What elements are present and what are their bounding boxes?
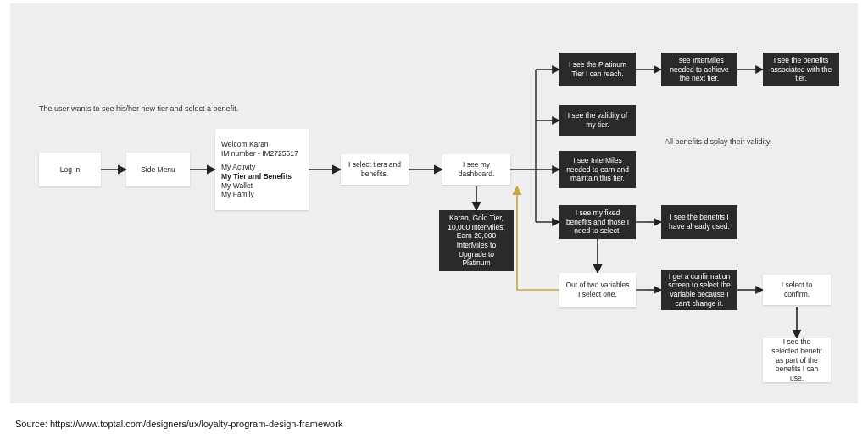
node-validity: I see the validity of my tier.: [559, 105, 636, 136]
node-maintain: I see InterMiles needed to earn and main…: [559, 151, 636, 188]
node-select-one: Out of two variables I select one.: [559, 273, 636, 307]
node-dashboard: I see my dashboard.: [442, 154, 510, 185]
node-label: I see my dashboard.: [448, 160, 504, 178]
node-side-menu: Side Menu: [126, 153, 190, 186]
node-label: Karan, Gold Tier, 10,000 InterMiles, Ear…: [445, 214, 508, 268]
node-benefits-used: I see the benefits I have already used.: [661, 205, 737, 239]
node-label: I see InterMiles needed to earn and main…: [565, 156, 630, 183]
node-label: I see the benefits associated with the t…: [769, 56, 833, 83]
diagram-canvas: The user wants to see his/her new tier a…: [10, 3, 858, 403]
node-label: I see the validity of my tier.: [565, 111, 630, 129]
node-dashboard-detail: Karan, Gold Tier, 10,000 InterMiles, Ear…: [439, 210, 514, 271]
node-selected-benefit: I see the selected benefit as part of th…: [763, 338, 831, 382]
node-confirm: I select to confirm.: [763, 275, 831, 305]
profile-im-number: IM number - IM2725517: [221, 149, 303, 159]
node-confirmation: I get a confirmation screen to select th…: [661, 270, 737, 310]
node-label: I see InterMiles needed to achieve the n…: [667, 56, 732, 83]
node-login: Log In: [39, 153, 101, 186]
intro-text: The user wants to see his/her new tier a…: [39, 104, 238, 114]
profile-item: My Wallet: [221, 181, 303, 191]
node-fixed-benefits: I see my fixed benefits and those I need…: [559, 205, 636, 239]
node-label: I see my fixed benefits and those I need…: [565, 209, 630, 236]
node-miles-next: I see InterMiles needed to achieve the n…: [661, 53, 737, 86]
node-benefits-tier: I see the benefits associated with the t…: [763, 53, 839, 86]
profile-item: My Family: [221, 190, 303, 199]
source-text: Source: https://www.toptal.com/designers…: [15, 419, 342, 429]
node-platinum: I see the Platinum Tier I can reach.: [559, 53, 636, 86]
profile-welcome: Welcom Karan: [221, 140, 303, 149]
node-label: Log In: [60, 165, 81, 175]
node-label: I see the selected benefit as part of th…: [769, 337, 825, 382]
benefits-validity-text: All benefits display their validity.: [665, 137, 771, 147]
node-label: I see the benefits I have already used.: [667, 213, 732, 231]
node-label: Out of two variables I select one.: [565, 281, 630, 298]
node-profile: Welcom Karan IM number - IM2725517 My Ac…: [215, 129, 309, 210]
profile-item-active: My Tier and Benefits: [221, 172, 303, 181]
node-label: I select tiers and benefits.: [347, 160, 403, 178]
node-label: I get a confirmation screen to select th…: [667, 272, 732, 309]
node-label: I see the Platinum Tier I can reach.: [565, 60, 630, 78]
profile-item: My Activity: [221, 163, 303, 172]
node-select-tiers: I select tiers and benefits.: [341, 154, 409, 185]
node-label: Side Menu: [141, 165, 175, 175]
node-label: I select to confirm.: [769, 281, 825, 298]
